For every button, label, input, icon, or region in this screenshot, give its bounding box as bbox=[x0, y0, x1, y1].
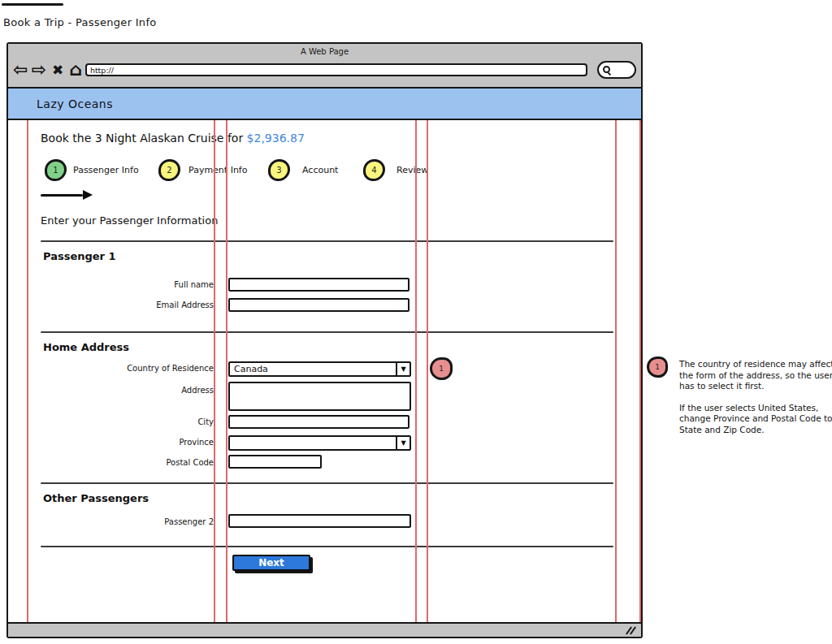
site-banner: Lazy Oceans bbox=[8, 87, 641, 120]
url-input[interactable] bbox=[85, 63, 587, 76]
full-name-input[interactable] bbox=[228, 278, 410, 292]
full-name-label: Full name bbox=[76, 280, 214, 289]
section-divider bbox=[41, 240, 613, 242]
step-3-label: Account bbox=[302, 165, 338, 175]
browser-titlebar: A Web Page ⇦ ⇨ ✖ ⌂ bbox=[8, 44, 641, 87]
other-passengers-heading: Other Passengers bbox=[43, 492, 149, 504]
section-divider bbox=[41, 482, 613, 484]
resize-handle-icon[interactable] bbox=[625, 626, 636, 635]
postal-code-label: Postal Code bbox=[76, 458, 214, 467]
note-marker-1: 1 bbox=[647, 357, 668, 378]
step-4-circle: 4 bbox=[363, 159, 385, 181]
layout-guide-line bbox=[427, 120, 428, 622]
chevron-down-icon[interactable]: ▼ bbox=[396, 363, 410, 375]
layout-guide-line bbox=[639, 120, 641, 622]
layout-guide-line bbox=[214, 120, 215, 622]
layout-guide-line bbox=[27, 120, 28, 622]
step-4-label: Review bbox=[396, 165, 428, 175]
step-passenger-info[interactable]: 1 Passenger Info bbox=[45, 159, 139, 181]
province-select[interactable]: ▼ bbox=[228, 435, 411, 451]
cruise-price: $2,936.87 bbox=[247, 132, 305, 145]
step-1-label: Passenger Info bbox=[73, 165, 139, 175]
annotation-marker-1: 1 bbox=[430, 357, 453, 380]
email-label: Email Address bbox=[76, 300, 214, 309]
annotation-note: The country of residence may affect the … bbox=[679, 359, 832, 435]
country-label: Country of Residence bbox=[76, 364, 214, 373]
page-title: Book the 3 Night Alaskan Cruise for $2,9… bbox=[41, 132, 305, 145]
passenger2-label: Passenger 2 bbox=[76, 517, 214, 526]
annotation-note-para2: If the user selects United States, chang… bbox=[679, 403, 832, 436]
city-input[interactable] bbox=[228, 415, 410, 429]
home-icon[interactable]: ⌂ bbox=[69, 59, 82, 80]
search-box[interactable] bbox=[597, 61, 636, 79]
step-2-circle: 2 bbox=[158, 159, 180, 181]
browser-nav-row: ⇦ ⇨ ✖ ⌂ bbox=[13, 57, 636, 83]
province-label: Province bbox=[76, 438, 214, 447]
layout-guide-line bbox=[415, 120, 417, 622]
step-1-circle: 1 bbox=[45, 159, 67, 181]
section-divider bbox=[41, 546, 613, 547]
passenger1-heading: Passenger 1 bbox=[43, 250, 116, 262]
step-review[interactable]: 4 Review bbox=[363, 159, 428, 181]
forward-icon[interactable]: ⇨ bbox=[31, 59, 46, 80]
page-title-text: Book the 3 Night Alaskan Cruise for bbox=[41, 132, 243, 145]
browser-window: A Web Page ⇦ ⇨ ✖ ⌂ Lazy Oceans bbox=[6, 42, 643, 638]
mockup-title: Book a Trip - Passenger Info bbox=[3, 16, 157, 28]
email-input[interactable] bbox=[228, 298, 410, 312]
passenger2-input[interactable] bbox=[228, 514, 411, 528]
postal-code-input[interactable] bbox=[228, 455, 322, 469]
close-icon[interactable]: ✖ bbox=[52, 59, 63, 80]
browser-statusbar bbox=[8, 622, 641, 637]
search-icon-handle bbox=[608, 72, 611, 76]
step-account[interactable]: 3 Account bbox=[268, 159, 338, 181]
layout-guide-line bbox=[615, 120, 617, 622]
browser-window-title: A Web Page bbox=[8, 47, 641, 56]
next-button[interactable]: Next bbox=[232, 555, 310, 571]
city-label: City bbox=[76, 417, 214, 426]
country-select[interactable]: Canada ▼ bbox=[228, 361, 411, 377]
page-content: Book the 3 Night Alaskan Cruise for $2,9… bbox=[8, 120, 641, 622]
form-instruction: Enter your Passenger Information bbox=[41, 214, 218, 227]
title-underline-rule bbox=[2, 3, 63, 6]
step-3-circle: 3 bbox=[268, 159, 290, 181]
mockup-canvas: Book a Trip - Passenger Info A Web Page … bbox=[0, 0, 832, 644]
back-icon[interactable]: ⇦ bbox=[13, 59, 28, 80]
address-textarea[interactable] bbox=[228, 382, 411, 411]
step-payment-info[interactable]: 2 Payment Info bbox=[158, 159, 247, 181]
address-label: Address bbox=[76, 386, 214, 395]
step-2-label: Payment Info bbox=[188, 165, 247, 175]
country-selected-value: Canada bbox=[230, 364, 396, 374]
home-address-heading: Home Address bbox=[43, 341, 129, 353]
annotation-note-para1: The country of residence may affect the … bbox=[679, 359, 832, 392]
chevron-down-icon[interactable]: ▼ bbox=[396, 437, 410, 449]
section-divider bbox=[41, 331, 613, 333]
layout-guide-line bbox=[226, 120, 228, 622]
current-step-arrow-icon bbox=[41, 190, 93, 200]
